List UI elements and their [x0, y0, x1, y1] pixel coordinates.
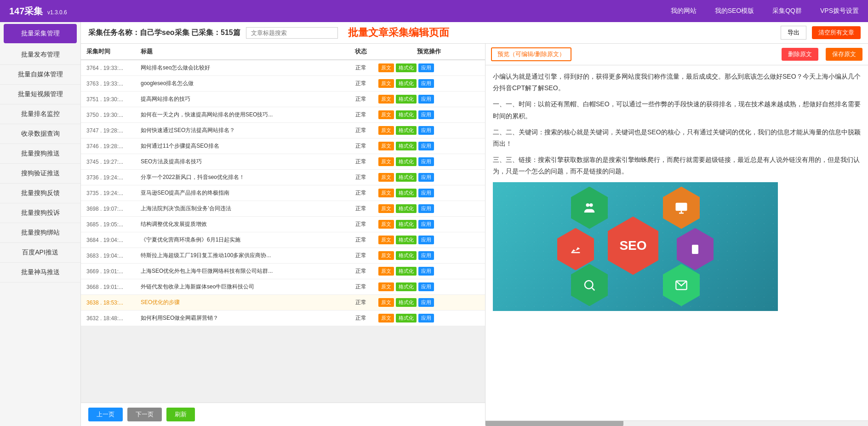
op-format[interactable]: 格式化 — [396, 173, 417, 182]
sidebar-item-batch-collect[interactable]: 批量采集管理 — [4, 24, 77, 43]
hex-search — [571, 264, 608, 306]
preview-content: 小编认为就是通过引擎，得到好的，获得更多网站度我们称作流量，最后成成交。那么到底… — [485, 65, 868, 420]
preview-header: 预览（可编辑/删除原文） 删除原文 保存原文 — [485, 44, 868, 65]
op-original[interactable]: 原文 — [378, 314, 394, 322]
op-format[interactable]: 格式化 — [396, 142, 417, 150]
op-format[interactable]: 格式化 — [396, 63, 417, 72]
sidebar-item-baidu-api[interactable]: 百度API推送 — [0, 243, 80, 263]
op-format[interactable]: 格式化 — [396, 314, 417, 322]
table-row: 3751 . 19:30:... 提高网站排名的技巧 正常 原文 格式化 应用 — [81, 92, 485, 107]
op-original[interactable]: 原文 — [378, 79, 394, 88]
op-format[interactable]: 格式化 — [396, 298, 417, 307]
prev-page-button[interactable]: 上一页 — [88, 408, 123, 421]
sidebar-item-batch-media[interactable]: 批量自媒体管理 — [0, 65, 80, 85]
top-bar: 采集任务名称：自己学seo采集 已采集：515篇 批量文章采集编辑页面 导出 清… — [81, 22, 868, 44]
sidebar-item-batch-rank[interactable]: 批量排名监控 — [0, 104, 80, 124]
table-row: 3745 . 19:27:... SEO方法及提高排名技巧 正常 原文 格式化 … — [81, 154, 485, 170]
header: 147采集 v1.3.0.6 我的网站 我的SEO模版 采集QQ群 VPS拨号设… — [0, 0, 868, 22]
sidebar-item-batch-publish[interactable]: 批量发布管理 — [0, 45, 80, 65]
sidebar-item-batch-sogou-complaint[interactable]: 批量搜狗投诉 — [0, 203, 80, 223]
op-format[interactable]: 格式化 — [396, 282, 417, 291]
op-original[interactable]: 原文 — [378, 298, 394, 307]
op-apply[interactable]: 应用 — [418, 236, 434, 244]
op-original[interactable]: 原文 — [378, 63, 394, 72]
op-original[interactable]: 原文 — [378, 282, 394, 291]
op-original[interactable]: 原文 — [378, 95, 394, 104]
op-original[interactable]: 原文 — [378, 173, 394, 182]
col-header-time: 采集时间 — [86, 47, 137, 56]
op-apply[interactable]: 应用 — [418, 126, 434, 135]
sidebar-item-batch-sogou-feedback[interactable]: 批量搜狗反馈 — [0, 184, 80, 203]
op-original[interactable]: 原文 — [378, 110, 394, 119]
sidebar-item-sogou-verify[interactable]: 搜狗验证推送 — [0, 164, 80, 184]
search-input[interactable] — [246, 27, 338, 39]
op-original[interactable]: 原文 — [378, 204, 394, 213]
op-apply[interactable]: 应用 — [418, 251, 434, 260]
op-apply[interactable]: 应用 — [418, 189, 434, 197]
svg-point-8 — [585, 281, 593, 289]
nav-my-sites[interactable]: 我的网站 — [671, 7, 697, 15]
op-original[interactable]: 原文 — [378, 267, 394, 276]
op-original[interactable]: 原文 — [378, 142, 394, 150]
hex-mail — [663, 264, 700, 306]
preview-edit-button[interactable]: 预览（可编辑/删除原文） — [491, 47, 571, 61]
sidebar-item-batch-sogou-push[interactable]: 批量搜狗推送 — [0, 144, 80, 164]
sidebar-item-record-query[interactable]: 收录数据查询 — [0, 124, 80, 144]
nav-qq-group[interactable]: 采集QQ群 — [772, 7, 802, 15]
op-apply[interactable]: 应用 — [418, 79, 434, 88]
next-page-button[interactable]: 下一页 — [127, 408, 162, 421]
op-original[interactable]: 原文 — [378, 220, 394, 229]
op-format[interactable]: 格式化 — [396, 267, 417, 276]
task-info: 采集任务名称：自己学seo采集 已采集：515篇 — [88, 28, 240, 38]
op-format[interactable]: 格式化 — [396, 95, 417, 104]
op-apply[interactable]: 应用 — [418, 110, 434, 119]
op-original[interactable]: 原文 — [378, 189, 394, 197]
op-format[interactable]: 格式化 — [396, 189, 417, 197]
preview-scrollbar[interactable] — [485, 420, 868, 426]
op-format[interactable]: 格式化 — [396, 79, 417, 88]
op-apply[interactable]: 应用 — [418, 95, 434, 104]
op-original[interactable]: 原文 — [378, 157, 394, 166]
export-button[interactable]: 导出 — [781, 26, 806, 40]
op-format[interactable]: 格式化 — [396, 110, 417, 119]
op-apply[interactable]: 应用 — [418, 157, 434, 166]
op-apply[interactable]: 应用 — [418, 267, 434, 276]
preview-scrollbar-thumb — [485, 420, 623, 426]
refresh-button[interactable]: 刷新 — [166, 408, 195, 421]
table-row: 3750 . 19:30:... 如何在一天之内，快速提高网站排名的使用SEO技… — [81, 107, 485, 123]
delete-original-button[interactable]: 删除原文 — [782, 48, 818, 61]
op-apply[interactable]: 应用 — [418, 173, 434, 182]
sidebar: 批量采集管理 批量发布管理 批量自媒体管理 批量短视频管理 批量排名监控 收录数… — [0, 22, 81, 426]
op-original[interactable]: 原文 — [378, 251, 394, 260]
table-row-highlighted: 3638 . 18:53:... SEO优化的步骤 正常 原文 格式化 应用 — [81, 295, 485, 311]
op-apply[interactable]: 应用 — [418, 63, 434, 72]
nav-vps-settings[interactable]: VPS拨号设置 — [820, 7, 859, 15]
svg-rect-2 — [676, 202, 687, 211]
op-format[interactable]: 格式化 — [396, 236, 417, 244]
clear-all-button[interactable]: 清空所有文章 — [812, 26, 861, 39]
op-apply[interactable]: 应用 — [418, 142, 434, 150]
sidebar-item-batch-video[interactable]: 批量短视频管理 — [0, 85, 80, 104]
table-header: 采集时间 标题 状态 预览操作 — [81, 44, 485, 60]
table-row: 3683 . 19:04:... 特斯拉上海超级工厂19日复工推动100多家供应… — [81, 248, 485, 264]
table-row: 3669 . 19:01:... 上海SEO优化外包上海牛巨微网络科技有限公司站… — [81, 264, 485, 279]
op-apply[interactable]: 应用 — [418, 282, 434, 291]
col-header-status: 状态 — [347, 47, 375, 56]
op-original[interactable]: 原文 — [378, 126, 394, 135]
nav-seo-templates[interactable]: 我的SEO模版 — [715, 7, 754, 15]
op-apply[interactable]: 应用 — [418, 314, 434, 322]
op-apply[interactable]: 应用 — [418, 220, 434, 229]
table-row: 3698 . 19:07:... 上海法院判决'负面压制业务'合同违法 正常 原… — [81, 201, 485, 217]
table-row: 3668 . 19:01:... 外链代发包收录上海新媒体seo牛巨微科技公司 … — [81, 279, 485, 295]
op-original[interactable]: 原文 — [378, 236, 394, 244]
op-format[interactable]: 格式化 — [396, 220, 417, 229]
sidebar-item-batch-sogou-bind[interactable]: 批量搜狗绑站 — [0, 223, 80, 243]
op-format[interactable]: 格式化 — [396, 126, 417, 135]
op-format[interactable]: 格式化 — [396, 251, 417, 260]
op-format[interactable]: 格式化 — [396, 157, 417, 166]
sidebar-item-batch-shenma[interactable]: 批量神马推送 — [0, 263, 80, 282]
op-format[interactable]: 格式化 — [396, 204, 417, 213]
op-apply[interactable]: 应用 — [418, 298, 434, 307]
save-original-button[interactable]: 保存原文 — [826, 48, 862, 61]
op-apply[interactable]: 应用 — [418, 204, 434, 213]
